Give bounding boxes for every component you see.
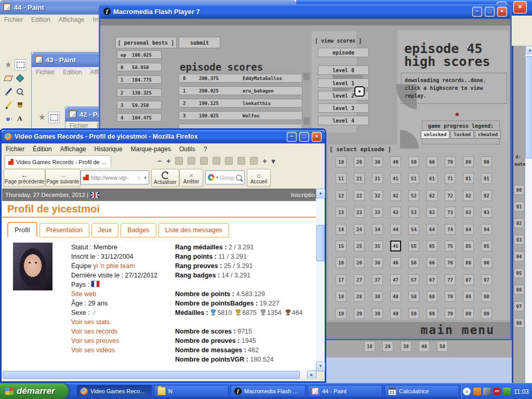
personal-best-row[interactable]: ep100.625 [117,50,162,59]
search-dropdown-icon[interactable]: ▾ [216,175,218,180]
refresh-button[interactable]: Actualiser [151,169,179,187]
taskbar-task-3[interactable]: fMacromedia Flash ... [231,385,305,397]
episode-cell-15[interactable]: 15 [336,241,347,251]
uk-flag-icon[interactable] [90,192,99,198]
episode-cell-77[interactable]: 77 [445,274,456,285]
maximize-button[interactable]: □ [485,7,495,17]
scrollbar-thumb[interactable] [3,371,300,379]
episode-cell-90[interactable]: 90 [481,156,492,167]
episode-cell-84[interactable]: 84 [463,224,474,235]
episode-cell-82[interactable]: 82 [463,190,474,201]
episode-cell-44[interactable]: 44 [390,224,401,235]
maximize-button[interactable]: □ [299,132,309,142]
menu-?[interactable]: ? [204,145,207,153]
minimize-button[interactable]: − [287,132,297,142]
episode-cell-57[interactable]: 57 [408,274,419,285]
episode-cell-74[interactable]: 74 [445,224,456,235]
forward-button[interactable]: → Page suivante [45,169,81,187]
episode-cell-34[interactable]: 34 [372,224,383,235]
copy-icon[interactable] [200,157,208,165]
browser-tab[interactable]: Video Games Records - Profil de yicestmo… [5,155,111,168]
cut-icon[interactable] [188,157,195,165]
episode-cell-88[interactable]: 88 [463,291,474,302]
episode-cell-79[interactable]: 79 [445,308,456,319]
episode-cell-11[interactable]: 11 [336,173,347,184]
view-level-0-button[interactable]: level 0 [318,65,369,75]
episode-cell-62[interactable]: 62 [427,190,437,201]
profile-link[interactable]: Voir ses preuves [71,337,119,344]
episode-cell-28[interactable]: 28 [354,291,365,302]
episode-cell-61[interactable]: 61 [427,173,437,184]
back-button[interactable]: ← Page précédente [4,169,45,187]
episode-cell-64[interactable]: 64 [427,224,437,235]
episode-cell-85[interactable]: 85 [463,241,474,251]
episode-cell-92[interactable]: 92 [481,190,492,201]
updates-tray-icon[interactable] [503,388,511,395]
ati-tray-icon[interactable]: ATI [493,388,501,395]
episode-cell-76[interactable]: 76 [445,257,456,268]
episode-cell-65[interactable]: 65 [427,241,437,251]
episode-cell-50[interactable]: 50 [408,156,419,167]
resize-grip[interactable]: .:: [320,376,324,381]
print-icon[interactable] [250,157,258,165]
menu-affichage[interactable]: Affichage [60,145,86,153]
episode-cell-51[interactable]: 51 [408,173,419,184]
tab-badges[interactable]: Badges [121,223,156,237]
episode-cell-87[interactable]: 87 [463,274,474,285]
episode-cell-63[interactable]: 63 [427,207,437,218]
menu--dition[interactable]: Édition [33,145,52,153]
hide-icons-chevron[interactable]: ‹ [463,388,471,395]
episode-cell-23[interactable]: 23 [354,207,365,218]
close-button[interactable]: × [513,1,527,14]
episode-cell-12[interactable]: 12 [336,190,347,201]
profile-link[interactable]: Voir ses stats [71,318,110,326]
episode-cell-58[interactable]: 58 [408,291,419,302]
view-level-4-button[interactable]: level 4 [318,116,369,125]
episode-cell-75[interactable]: 75 [445,241,456,251]
flash-titlebar[interactable]: f Macromedia Flash Player 7 − □ × [100,4,510,19]
episode-cell-70[interactable]: 70 [445,156,456,167]
episode-cell-59[interactable]: 59 [408,308,419,319]
episode-cell-54[interactable]: 54 [408,224,419,235]
submit-button[interactable]: submit [179,37,220,48]
view-episode-button[interactable]: episode [318,48,369,57]
episode-cell-40[interactable]: 40 [390,156,401,167]
episode-cell-71[interactable]: 71 [445,173,456,184]
firefox-titlebar[interactable]: Video Games Records - Profil de yicestmo… [2,130,325,143]
start-button[interactable]: démarrer [0,383,69,399]
episode-cell-32[interactable]: 32 [372,190,383,201]
personal-best-row[interactable]: 359.250 [117,101,162,109]
episode-cell-10[interactable]: 10 [336,156,347,167]
episode-cell-39[interactable]: 39 [372,308,383,319]
episode-cell-25[interactable]: 25 [354,241,365,251]
menu-historique[interactable]: Historique [95,145,123,153]
menu-outils[interactable]: Outils [179,145,195,153]
episode-cell-55[interactable]: 55 [408,241,419,251]
delete-icon[interactable] [175,157,183,165]
vertical-scrollbar[interactable]: ▲ ▼ [316,189,325,370]
history-icon[interactable] [237,157,245,165]
url-dropdown-icon[interactable]: ▾ [144,175,147,180]
clock[interactable]: 11:03 [514,388,529,395]
episode-cell-69[interactable]: 69 [427,308,437,319]
episode-cell-26[interactable]: 26 [354,257,365,268]
tab-présentation[interactable]: Présentation [39,223,89,237]
horizontal-scrollbar[interactable]: ► [2,370,316,379]
taskbar-task-1[interactable]: Video Games Reco... [77,385,152,397]
episode-cell-53[interactable]: 53 [408,207,419,218]
scroll-down-button[interactable]: ▼ [316,362,325,371]
episode-cell-20[interactable]: 20 [354,156,365,167]
episode-cell-31[interactable]: 31 [372,173,383,184]
taskbar-task-4[interactable]: 44 - Paint [308,385,382,397]
episode-score-row[interactable]: 2199.125lookatthis [179,99,302,108]
plus-icon[interactable]: + [166,157,170,165]
tab-liste-des-messages[interactable]: Liste des messages [158,223,229,237]
episode-cell-97[interactable]: 97 [481,274,492,285]
profile-link[interactable]: Voir ses vidéos [71,347,115,354]
list-scroll-up[interactable] [303,73,310,80]
minimize-button[interactable]: − [472,7,482,17]
episode-cell-99[interactable]: 99 [481,308,492,319]
new-window-icon[interactable] [225,157,233,165]
episode-cell-18[interactable]: 18 [336,291,347,302]
episode-cell-48[interactable]: 48 [390,291,401,302]
